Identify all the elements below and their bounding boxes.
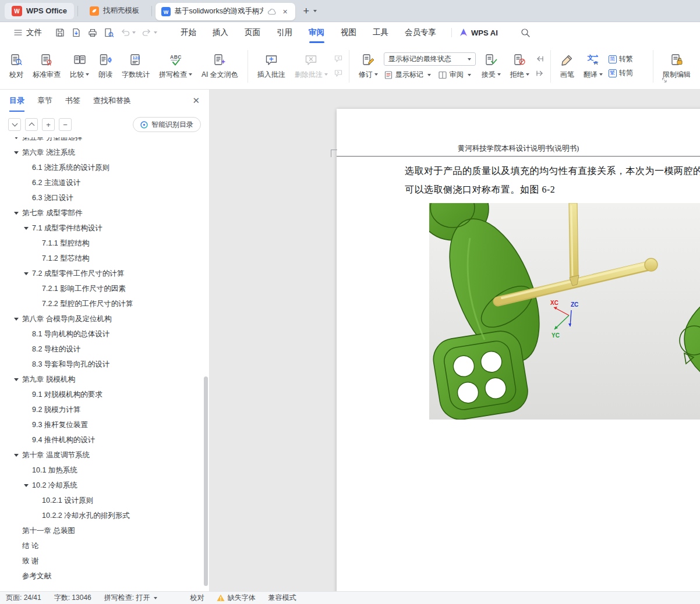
menu-tab-工具[interactable]: 工具 [365,22,397,43]
toc-item[interactable]: 第九章 脱模机构 [0,372,203,387]
smart-toc-button[interactable]: 智能识别目录 [133,117,201,132]
collapse-triangle-icon[interactable] [24,484,32,487]
menu-tab-视图[interactable]: 视图 [333,22,365,43]
file-menu-button[interactable]: 文件 [8,27,47,38]
sidebar-tab-书签[interactable]: 书签 [65,90,80,112]
read-aloud-button[interactable]: 朗读 [95,47,116,86]
dialog-launcher-icon[interactable] [662,75,667,86]
word-count-button[interactable]: 123 字数统计 [118,47,153,86]
document-tab-active[interactable]: W 基于solidworks的游戏手柄方 × [155,3,295,20]
print-preview-button[interactable] [104,27,114,38]
spell-check-button[interactable]: ABC 拼写检查 [155,47,196,86]
wps-home-button[interactable]: W WPS Office [5,3,74,19]
toc-item[interactable]: 第六章 浇注系统 [0,145,203,160]
toc-item[interactable]: 8.2 导柱的设计 [0,342,203,357]
status-proofread[interactable]: 校对 [190,593,204,603]
toc-item[interactable]: 9.3 推杆复位装置 [0,417,203,432]
menu-tab-插入[interactable]: 插入 [204,22,236,43]
tab-list-chevron-icon[interactable] [313,10,317,12]
toc-item[interactable]: 10.2.2 冷却水孔的排列形式 [0,508,203,523]
body-text-line[interactable]: 选取对于产品的质量以及填充的均匀性有直接关系，本次为一模两腔的结 [405,165,700,177]
track-changes-button[interactable]: 修订 [355,47,381,86]
toc-item[interactable]: 第七章 成型零部件 [0,205,203,221]
toc-item[interactable]: 8.3 导套和导向孔的设计 [0,357,203,372]
collapse-triangle-icon[interactable] [14,318,22,321]
collapse-triangle-icon[interactable] [14,137,22,139]
toc-item[interactable]: 致 谢 [0,553,203,569]
compare-button[interactable]: 比较 [66,47,93,86]
toc-item[interactable]: 7.2 成型零件工作尺寸的计算 [0,266,203,281]
collapse-triangle-icon[interactable] [14,212,22,215]
sidebar-scrollbar-thumb[interactable] [204,376,208,586]
sidebar-tab-章节[interactable]: 章节 [37,90,52,112]
menu-tab-页面[interactable]: 页面 [236,22,268,43]
toc-item[interactable]: 7.1.2 型芯结构 [0,251,203,266]
reject-change-button[interactable]: 拒绝 [507,47,533,86]
pen-button[interactable]: 画笔 [557,47,578,86]
toc-item[interactable]: 第五章 分型面选择 [0,137,203,145]
proofread-button[interactable]: 校对 [6,47,27,86]
new-tab-button[interactable]: + [301,6,312,16]
toc-item[interactable]: 6.3 浇口设计 [0,190,203,205]
zoom-in-outline-button[interactable]: + [42,118,55,131]
document-page[interactable]: 黄河科技学院本科设计说明书(说明书) 选取对于产品的质量以及填充的均匀性有直接关… [337,109,700,591]
docer-template-tab[interactable]: 找稻壳模板 [82,0,148,22]
status-missing-font[interactable]: 缺失字体 [217,593,255,603]
insert-comment-button[interactable]: 插入批注 [254,47,289,86]
toc-item[interactable]: 第十一章 总装图 [0,523,203,538]
export-pdf-button[interactable] [71,27,82,38]
sidebar-tab-查找和替换[interactable]: 查找和替换 [93,90,131,112]
menu-tab-审阅[interactable]: 审阅 [300,22,333,43]
zoom-out-outline-button[interactable]: − [59,118,72,131]
toc-item[interactable]: 结 论 [0,538,203,553]
save-button[interactable] [55,27,65,38]
sidebar-tab-目录[interactable]: 目录 [9,90,24,112]
toc-item[interactable]: 10.2 冷却系统 [0,478,203,493]
show-markup-button[interactable]: 显示标记 [384,70,431,80]
toc-item[interactable]: 7.2.1 影响工作尺寸的因素 [0,281,203,296]
markup-state-select[interactable]: 显示标记的最终状态 [384,52,476,66]
collapse-triangle-icon[interactable] [24,227,32,230]
close-tab-icon[interactable]: × [281,6,289,17]
ai-polish-button[interactable]: AI 全文润色 [198,47,242,86]
toc-item[interactable]: 9.2 脱模力计算 [0,402,203,417]
toc-item[interactable]: 8.1 导向机构的总体设计 [0,326,203,342]
translate-button[interactable]: 文A 翻译 [580,47,606,86]
status-page-indicator[interactable]: 页面: 24/41 [6,593,41,603]
collapse-triangle-icon[interactable] [14,151,22,154]
collapse-triangle-icon[interactable] [14,454,22,457]
collapse-all-button[interactable] [25,118,38,131]
review-pane-button[interactable]: 审阅 [438,70,471,80]
standard-review-button[interactable]: 标准审查 [29,47,64,86]
toc-item[interactable]: 9.1 对脱模机构的要求 [0,387,203,402]
toc-item[interactable]: 第十章 温度调节系统 [0,447,203,463]
search-button[interactable] [520,27,531,38]
toc-item[interactable]: 9.4 推件机构的设计 [0,432,203,447]
toc-item[interactable]: 参考文献 [0,569,203,584]
previous-revision-icon[interactable] [535,54,545,63]
toc-item[interactable]: 10.1 加热系统 [0,463,203,478]
menu-tab-引用[interactable]: 引用 [268,22,300,43]
status-spell-check[interactable]: 拼写检查: 打开 [104,593,158,603]
toc-item[interactable]: 6.2 主流道设计 [0,175,203,190]
close-sidebar-icon[interactable]: ✕ [192,95,200,106]
toc-item[interactable]: 7.1.1 型腔结构 [0,236,203,251]
expand-all-button[interactable] [8,118,21,131]
status-word-count[interactable]: 字数: 13046 [54,593,91,603]
to-simplified-button[interactable]: 繁 转简 [609,68,633,78]
collapse-triangle-icon[interactable] [24,272,32,275]
toc-item[interactable]: 第八章 合模导向及定位机构 [0,311,203,326]
status-compat-mode[interactable]: 兼容模式 [268,593,296,603]
toc-item[interactable]: 7.1 成型零件结构设计 [0,221,203,236]
toc-item[interactable]: 10.2.1 设计原则 [0,493,203,508]
toc-item[interactable]: 6.1 浇注系统的设计原则 [0,160,203,175]
wps-ai-button[interactable]: WPS AI [459,28,498,37]
accept-change-button[interactable]: 接受 [478,47,504,86]
menu-tab-开始[interactable]: 开始 [172,22,204,43]
body-text-line[interactable]: 可以选取侧浇口对称布置。如图 6-2 [405,184,555,196]
to-traditional-button[interactable]: 简 转繁 [609,54,633,64]
next-revision-icon[interactable] [535,69,545,78]
print-button[interactable] [87,27,98,38]
toc-item[interactable]: 7.2.2 型腔的工作尺寸的计算 [0,296,203,311]
collapse-triangle-icon[interactable] [14,378,22,381]
